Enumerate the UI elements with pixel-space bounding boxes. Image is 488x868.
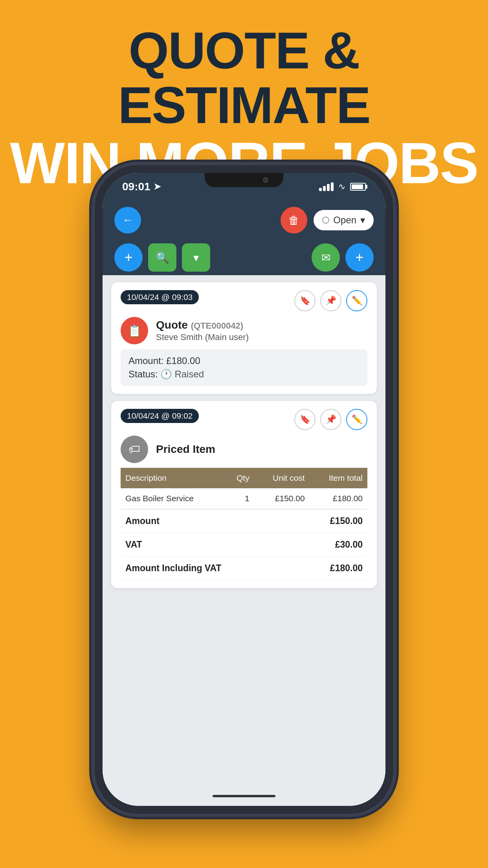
card1-item-row: 📋 Quote (QTE000042) Steve Smith (Main us… — [121, 317, 367, 344]
vat-row: VAT £30.00 — [121, 533, 367, 557]
add-button[interactable]: + — [114, 243, 143, 272]
back-button[interactable]: ← — [114, 207, 141, 234]
col-unit-cost: Unit cost — [254, 468, 310, 488]
cell-description: Gas Boiler Service — [121, 488, 224, 509]
search-icon: 🔍 — [156, 251, 169, 264]
email-icon: ✉ — [321, 251, 330, 264]
card2-header: 10/04/24 @ 09:02 🔖 📌 ✏️ — [111, 401, 377, 436]
bookmark-icon: 🔖 — [300, 296, 310, 306]
card1-actions: 🔖 📌 ✏️ — [294, 290, 367, 311]
signal-icon — [319, 182, 334, 191]
cell-qty: 1 — [224, 488, 254, 509]
bookmark-button[interactable]: 🔖 — [294, 290, 316, 311]
totals-section: Amount £150.00 VAT £30.00 Amount Includi… — [121, 509, 367, 580]
card2-bookmark-button[interactable]: 🔖 — [294, 409, 316, 430]
table-body: Gas Boiler Service 1 £150.00 £180.00 — [121, 488, 367, 509]
status-circle-icon — [322, 217, 329, 224]
notch — [205, 173, 283, 187]
wifi-icon: ∿ — [338, 182, 345, 192]
phone-frame: 09:01 ➤ ∿ — [95, 165, 393, 814]
amount-including-vat-row: Amount Including VAT £180.00 — [121, 557, 367, 580]
cell-item-total: £180.00 — [310, 488, 367, 509]
edit-button[interactable]: ✏️ — [346, 290, 367, 311]
edit-icon: ✏️ — [352, 296, 362, 306]
card2-edit-button[interactable]: ✏️ — [346, 409, 367, 430]
chevron-down-icon: ▾ — [360, 215, 365, 226]
pin-icon: 📌 — [326, 296, 336, 306]
edit-icon: ✏️ — [352, 414, 362, 425]
pin-icon: 📌 — [326, 414, 336, 425]
status-icons: ∿ — [319, 182, 366, 192]
battery-icon — [350, 183, 366, 191]
card1-body: 📋 Quote (QTE000042) Steve Smith (Main us… — [111, 317, 377, 394]
card2-date: 10/04/24 @ 09:02 — [121, 409, 199, 423]
card2-actions: 🔖 📌 ✏️ — [294, 409, 367, 430]
card2-pin-button[interactable]: 📌 — [320, 409, 341, 430]
table-header: Description Qty Unit cost Item total — [121, 468, 367, 488]
col-item-total: Item total — [310, 468, 367, 488]
home-indicator — [213, 795, 275, 797]
table-row: Gas Boiler Service 1 £150.00 £180.00 — [121, 488, 367, 509]
card1-date: 10/04/24 @ 09:03 — [121, 290, 199, 304]
front-camera — [263, 177, 268, 183]
card2-body: 🏷 Priced Item Description Qty Unit cost — [111, 436, 377, 588]
status-time: 09:01 ➤ — [122, 180, 161, 193]
content-area: 10/04/24 @ 09:03 🔖 📌 ✏️ — [103, 275, 385, 806]
status-dropdown[interactable]: Open ▾ — [314, 210, 374, 230]
amount-row: Amount £150.00 — [121, 509, 367, 533]
col-qty: Qty — [224, 468, 254, 488]
col-description: Description — [121, 468, 224, 488]
quote-card: 10/04/24 @ 09:03 🔖 📌 ✏️ — [111, 282, 377, 394]
bookmark-icon: 🔖 — [300, 414, 310, 425]
search-button[interactable]: 🔍 — [148, 243, 176, 272]
filter-button[interactable]: ▾ — [182, 243, 210, 272]
email-button[interactable]: ✉ — [312, 243, 340, 272]
priced-items-table: Description Qty Unit cost Item total Gas… — [121, 468, 367, 509]
card1-header: 10/04/24 @ 09:03 🔖 📌 ✏️ — [111, 282, 377, 317]
quote-icon: 📋 — [121, 317, 148, 344]
toolbar: + 🔍 ▾ ✉ + — [103, 240, 385, 275]
card2-item-row: 🏷 Priced Item — [121, 436, 367, 463]
hero-line1: QUOTE & ESTIMATE — [0, 24, 488, 132]
add2-button[interactable]: + — [345, 243, 374, 272]
cell-unit-cost: £150.00 — [254, 488, 310, 509]
priced-item-icon: 🏷 — [121, 436, 148, 463]
phone-screen: 09:01 ➤ ∿ — [103, 173, 385, 806]
chevron-down-icon: ▾ — [193, 251, 199, 264]
location-arrow-icon: ➤ — [154, 182, 161, 192]
trash-icon: 🗑 — [288, 214, 299, 227]
clock-icon: 🕐 — [160, 369, 172, 380]
card1-info: Quote (QTE000042) Steve Smith (Main user… — [156, 319, 249, 342]
priced-item-card: 10/04/24 @ 09:02 🔖 📌 ✏️ — [111, 401, 377, 588]
pin-button[interactable]: 📌 — [320, 290, 341, 311]
nav-bar: ← 🗑 Open ▾ — [103, 200, 385, 240]
card1-details: Amount: £180.00 Status: 🕐 Raised — [121, 349, 367, 386]
delete-button[interactable]: 🗑 — [281, 207, 307, 234]
